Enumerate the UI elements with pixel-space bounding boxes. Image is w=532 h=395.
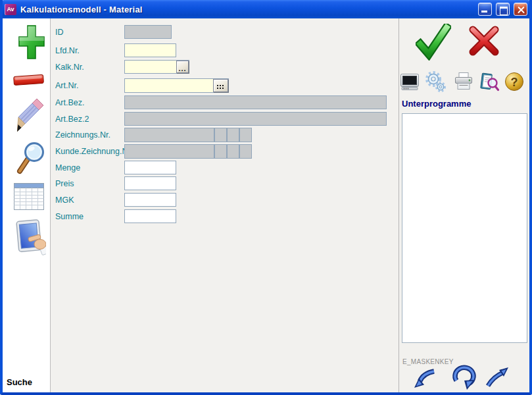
- add-icon[interactable]: [18, 25, 45, 59]
- kundezeichnungnr-seg-2: [227, 144, 239, 159]
- lfdnr-field[interactable]: [124, 43, 176, 57]
- kundezeichnungnr-seg-3: [239, 144, 252, 159]
- form-row-artbez2: Art.Bez.2: [51, 112, 391, 127]
- zeichnungsnr-seg-1: [214, 128, 227, 142]
- arrow-forward-icon[interactable]: [484, 366, 509, 387]
- form-row-mgk: MGK: [51, 193, 391, 208]
- refresh-icon[interactable]: [451, 362, 479, 391]
- artbez-field: [124, 95, 387, 109]
- mask-key-label: E_MASKENKEY: [402, 358, 454, 365]
- kundezeichnungnr-seg-1: [214, 144, 227, 159]
- field-label-kalknr: Kalk.Nr.: [55, 63, 84, 72]
- panel-divider: [399, 18, 399, 392]
- edit-pencil-icon[interactable]: [17, 97, 45, 136]
- field-label-artnr: Art.Nr.: [55, 81, 78, 90]
- form-row-preis: Preis: [51, 176, 391, 192]
- confirm-check-icon[interactable]: [416, 24, 451, 61]
- menge-field[interactable]: [124, 161, 176, 174]
- field-label-mgk: MGK: [55, 196, 74, 205]
- zeichnungsnr-seg-3: [239, 128, 252, 142]
- form-row-id: ID: [51, 25, 391, 40]
- mgk-field[interactable]: [124, 193, 176, 207]
- document-search-icon[interactable]: [479, 71, 500, 92]
- search-icon[interactable]: [14, 141, 47, 176]
- display-icon[interactable]: [400, 72, 420, 92]
- form-row-kundezeichnungnr: Kunde.Zeichnung.Nr.: [51, 144, 391, 159]
- id-field: [124, 25, 172, 39]
- kundezeichnungnr-field-group: [124, 144, 252, 159]
- subprograms-listbox[interactable]: [402, 113, 527, 343]
- subprograms-heading: Unterprogramme: [402, 99, 471, 109]
- form-row-menge: Menge: [51, 161, 391, 176]
- preis-field[interactable]: [124, 176, 176, 190]
- field-label-preis: Preis: [55, 179, 74, 188]
- field-label-artbez2: Art.Bez.2: [55, 115, 89, 124]
- application-window: Av Kalkulationsmodell - Material: [0, 0, 532, 395]
- zeichnungsnr-field-group: [124, 128, 252, 142]
- form-row-lfdnr: Lfd.Nr.: [51, 43, 391, 59]
- field-label-summe: Summe: [55, 212, 84, 221]
- zeichnungsnr-field: [124, 128, 214, 142]
- form-row-artbez: Art.Bez.: [51, 95, 391, 111]
- summe-field[interactable]: [124, 209, 176, 223]
- zeichnungsnr-seg-2: [227, 128, 239, 142]
- artbez2-field: [124, 112, 387, 126]
- field-label-artbez: Art.Bez.: [55, 98, 84, 107]
- printer-icon[interactable]: [454, 72, 473, 92]
- ellipsis-glyph: ...: [178, 67, 186, 70]
- delete-icon[interactable]: [12, 72, 46, 88]
- artnr-lookup-button[interactable]: [213, 79, 228, 92]
- sidebar-toolbar: Suche: [3, 18, 51, 392]
- field-label-kundezeichnungnr: Kunde.Zeichnung.Nr.: [55, 147, 132, 156]
- field-label-lfdnr: Lfd.Nr.: [55, 46, 80, 55]
- field-label-id: ID: [55, 28, 64, 37]
- cancel-cross-icon[interactable]: [468, 26, 500, 56]
- help-icon[interactable]: ?: [504, 71, 525, 92]
- form-row-zeichnungsnr: Zeichnungs.Nr.: [51, 128, 391, 143]
- search-mode-label: Suche: [7, 377, 32, 387]
- content-area: Suche ID Lfd.Nr. Kalk.Nr. ... Art.Nr. Ar…: [3, 18, 529, 392]
- field-label-zeichnungsnr: Zeichnungs.Nr.: [55, 130, 110, 140]
- form-row-artnr: Art.Nr.: [51, 78, 391, 93]
- kalknr-lookup-button[interactable]: ...: [176, 61, 189, 73]
- form-row-kalknr: Kalk.Nr. ...: [51, 60, 391, 75]
- kundezeichnungnr-field: [124, 144, 214, 159]
- gears-icon[interactable]: [425, 71, 446, 92]
- screen-pick-icon[interactable]: [13, 219, 46, 257]
- question-glyph: ?: [511, 76, 518, 89]
- arrow-back-icon[interactable]: [413, 367, 437, 388]
- grid-dots-icon: [217, 85, 224, 90]
- table-grid-icon[interactable]: [13, 182, 45, 212]
- field-label-menge: Menge: [55, 163, 80, 172]
- form-row-summe: Summe: [51, 209, 391, 224]
